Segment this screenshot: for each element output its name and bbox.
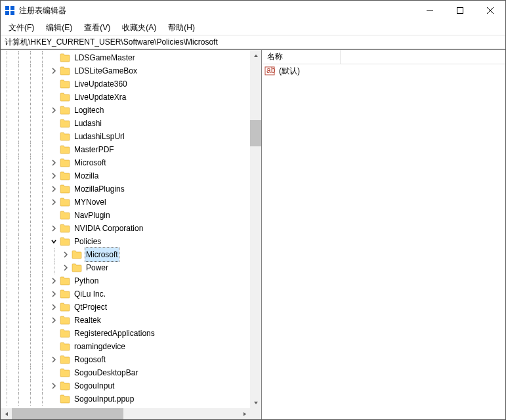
values-header: 名称 xyxy=(262,50,505,64)
tree-node[interactable]: MYNovel xyxy=(1,196,250,209)
tree-node[interactable]: QtProject xyxy=(1,301,250,314)
tree-node[interactable]: LDSLiteGameBox xyxy=(1,64,250,77)
folder-icon xyxy=(60,381,70,390)
scroll-down-button[interactable] xyxy=(250,397,261,408)
folder-icon xyxy=(60,66,70,75)
tree-node[interactable]: Microsoft xyxy=(1,156,250,169)
folder-icon xyxy=(60,145,70,154)
tree-node[interactable]: Realtek xyxy=(1,314,250,327)
scroll-track[interactable] xyxy=(12,408,239,419)
tree-vertical-scrollbar[interactable] xyxy=(250,50,261,408)
registry-editor-window: 注册表编辑器 文件(F) 编辑(E) 查看(V) 收藏夹(A) 帮助(H) LD… xyxy=(0,0,506,420)
menu-view[interactable]: 查看(V) xyxy=(79,21,116,35)
chevron-right-icon[interactable] xyxy=(49,381,58,390)
tree-node[interactable]: Policies xyxy=(1,235,250,248)
folder-icon xyxy=(60,355,70,364)
tree-node-label: Python xyxy=(73,274,100,287)
tree-node[interactable]: RegisteredApplications xyxy=(1,327,250,340)
chevron-right-icon[interactable] xyxy=(49,355,58,364)
scroll-left-button[interactable] xyxy=(1,408,12,419)
folder-icon xyxy=(60,53,70,62)
address-input[interactable] xyxy=(5,37,501,47)
chevron-down-icon[interactable] xyxy=(49,237,58,246)
chevron-right-icon[interactable] xyxy=(49,66,58,75)
chevron-right-icon[interactable] xyxy=(61,250,70,259)
window-controls xyxy=(415,1,505,20)
value-row-default[interactable]: ab (默认) xyxy=(262,64,505,77)
scroll-right-button[interactable] xyxy=(239,408,250,419)
tree-node[interactable]: Logitech xyxy=(1,104,250,117)
menu-edit[interactable]: 编辑(E) xyxy=(41,21,77,35)
tree-node-label: QtProject xyxy=(73,301,108,314)
tree-node[interactable]: LiveUpdateXra xyxy=(1,91,250,104)
tree-node-label: MYNovel xyxy=(73,196,108,209)
tree-node[interactable]: Ludashi xyxy=(1,117,250,130)
tree-node[interactable]: MozillaPlugins xyxy=(1,182,250,196)
svg-rect-1 xyxy=(457,8,463,14)
tree-node-label: SogouInput xyxy=(73,379,116,392)
chevron-right-icon[interactable] xyxy=(49,276,58,285)
tree-node-label: LDSLiteGameBox xyxy=(73,64,138,77)
tree-node[interactable]: Power xyxy=(1,261,250,274)
chevron-right-icon[interactable] xyxy=(49,158,58,167)
chevron-right-icon[interactable] xyxy=(49,106,58,115)
tree-node[interactable]: NavPlugin xyxy=(1,209,250,222)
scroll-up-button[interactable] xyxy=(250,50,261,61)
tree-node[interactable]: QiLu Inc. xyxy=(1,287,250,301)
tree-node[interactable]: LDSGameMaster xyxy=(1,51,250,64)
window-title: 注册表编辑器 xyxy=(19,5,415,16)
chevron-right-icon[interactable] xyxy=(49,184,58,194)
registry-tree[interactable]: LDSGameMasterLDSLiteGameBoxLiveUpdate360… xyxy=(1,50,250,417)
chevron-right-icon[interactable] xyxy=(61,263,70,272)
tree-node[interactable]: LiveUpdate360 xyxy=(1,77,250,91)
tree-node[interactable]: MasterPDF xyxy=(1,143,250,156)
tree-node-label: LiveUpdate360 xyxy=(73,77,129,91)
tree-node-label: LiveUpdateXra xyxy=(73,91,127,104)
folder-icon xyxy=(60,132,70,141)
tree-node-label: Ludashi xyxy=(73,117,103,130)
values-pane: 名称 ab (默认) xyxy=(262,50,505,419)
tree-node[interactable]: NVIDIA Corporation xyxy=(1,222,250,235)
chevron-right-icon[interactable] xyxy=(49,316,58,325)
tree-node[interactable]: LudashiLspUrl xyxy=(1,130,250,143)
scroll-track[interactable] xyxy=(250,61,261,397)
minimize-button[interactable] xyxy=(415,1,445,20)
menu-help[interactable]: 帮助(H) xyxy=(163,21,200,35)
tree-node-label: RegisteredApplications xyxy=(73,327,156,340)
tree-horizontal-scrollbar[interactable] xyxy=(1,408,250,419)
chevron-right-icon[interactable] xyxy=(49,224,58,233)
tree-node-label: NavPlugin xyxy=(73,209,112,222)
tree-node[interactable]: SogouInput.ppup xyxy=(1,392,250,406)
folder-icon xyxy=(60,198,70,207)
chevron-right-icon[interactable] xyxy=(49,289,58,299)
chevron-right-icon[interactable] xyxy=(49,198,58,207)
tree-node-label: roamingdevice xyxy=(73,340,127,353)
titlebar[interactable]: 注册表编辑器 xyxy=(1,1,505,20)
close-button[interactable] xyxy=(475,1,505,20)
tree-node[interactable]: SogouInput xyxy=(1,379,250,392)
tree-node-label: NVIDIA Corporation xyxy=(73,222,144,235)
chevron-right-icon[interactable] xyxy=(49,171,58,180)
menu-favorites[interactable]: 收藏夹(A) xyxy=(117,21,161,35)
reg-string-icon: ab xyxy=(264,66,275,76)
tree-node-label: Microsoft xyxy=(73,156,108,169)
column-name[interactable]: 名称 xyxy=(262,50,341,64)
folder-icon xyxy=(60,368,70,377)
tree-node[interactable]: Mozilla xyxy=(1,169,250,182)
tree-node[interactable]: Python xyxy=(1,274,250,287)
tree-node[interactable]: Microsoft xyxy=(1,248,250,261)
tree-node[interactable]: SogouDesktopBar xyxy=(1,366,250,379)
tree-node-label: Policies xyxy=(73,235,102,248)
split-panes: LDSGameMasterLDSLiteGameBoxLiveUpdate360… xyxy=(1,49,505,419)
folder-icon xyxy=(60,79,70,89)
menu-file[interactable]: 文件(F) xyxy=(3,21,39,35)
scroll-thumb[interactable] xyxy=(12,408,123,419)
tree-node[interactable]: Rogosoft xyxy=(1,353,250,366)
tree-node-label: QiLu Inc. xyxy=(73,287,107,301)
tree-node-label: Power xyxy=(85,261,110,274)
maximize-button[interactable] xyxy=(445,1,475,20)
scroll-thumb[interactable] xyxy=(250,120,261,146)
chevron-right-icon[interactable] xyxy=(49,303,58,312)
tree-node[interactable]: roamingdevice xyxy=(1,340,250,353)
folder-icon xyxy=(60,237,70,246)
